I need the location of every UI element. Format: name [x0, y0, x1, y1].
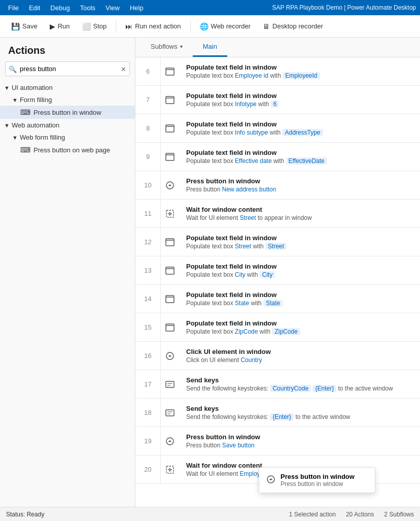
tab-main-label: Main	[203, 43, 217, 50]
action-content: Populate text field in window Populate t…	[179, 313, 420, 341]
subsection-label: Web form filling	[20, 134, 65, 141]
run-icon: ▶	[50, 22, 55, 30]
chevron-icon: ▼	[4, 85, 10, 91]
subflows-count: 2 Subflows	[384, 511, 414, 518]
save-button[interactable]: 💾 Save	[6, 20, 43, 33]
action-title: Send keys	[186, 405, 413, 412]
action-number: 13	[135, 256, 161, 284]
app-title: SAP RPA Playbook Demo | Power Automate D…	[272, 4, 416, 11]
run-next-button[interactable]: ⏭ Run next action	[120, 20, 186, 33]
action-row: 15 Populate text field in window Populat…	[135, 313, 420, 342]
tooltip-text: Press button in window Press button in w…	[281, 473, 355, 487]
action-icon	[161, 256, 179, 284]
section-label: UI automation	[12, 84, 53, 91]
action-icon	[161, 399, 179, 427]
action-number: 10	[135, 171, 161, 199]
sidebar-item-press-button-web[interactable]: ⌨ Press button on web page	[0, 143, 135, 156]
save-icon: 💾	[11, 22, 20, 30]
actions-list: 6 Populate text field in window Populate…	[135, 57, 420, 507]
action-content: Send keys Send the following keystrokes:…	[179, 370, 420, 398]
menu-debug[interactable]: Debug	[46, 3, 74, 13]
sidebar-item-form-filling[interactable]: ▼ Form filling	[0, 94, 135, 106]
action-number: 16	[135, 342, 161, 370]
tab-main[interactable]: Main	[193, 38, 227, 57]
search-clear-icon[interactable]: ✕	[121, 65, 126, 73]
action-number: 17	[135, 370, 161, 398]
action-desc: Populate text box ZipCode with ZipCode	[186, 328, 413, 335]
menu-view[interactable]: View	[101, 3, 124, 13]
action-content: Press button in window Press button New …	[179, 171, 420, 199]
action-icon	[161, 313, 179, 341]
menu-edit[interactable]: Edit	[25, 3, 44, 13]
tab-subflows-label: Subflows	[151, 43, 178, 50]
menu-file[interactable]: File	[4, 3, 23, 13]
action-title: Populate text field in window	[186, 120, 413, 128]
action-title: Press button in window	[186, 177, 413, 185]
nav-item-icon: ⌨	[20, 146, 30, 154]
action-row: 9 Populate text field in window Populate…	[135, 143, 420, 171]
menu-help[interactable]: Help	[126, 3, 148, 13]
search-input[interactable]	[5, 61, 130, 76]
action-content: Populate text field in window Populate t…	[179, 256, 420, 284]
sidebar-item-ui-automation[interactable]: ▼ UI automation	[0, 81, 135, 94]
status-bar: Status: Ready 1 Selected action 20 Actio…	[0, 507, 420, 521]
action-desc: Populate text box State with State	[186, 300, 413, 307]
actions-count: 20 Actions	[346, 511, 374, 518]
action-row: 13 Populate text field in window Populat…	[135, 256, 420, 285]
sidebar-item-web-form-filling[interactable]: ▼ Web form filling	[0, 132, 135, 143]
web-icon: 🌐	[200, 22, 208, 30]
desktop-icon: 🖥	[263, 22, 270, 30]
sidebar-item-press-button-window[interactable]: ⌨ Press button in window	[0, 106, 135, 119]
action-desc: Send the following keystrokes: {Enter} t…	[186, 413, 413, 420]
action-number: 8	[135, 114, 161, 142]
desktop-recorder-button[interactable]: 🖥 Desktop recorder	[258, 20, 328, 33]
sidebar-title: Actions	[0, 38, 135, 61]
action-number: 7	[135, 86, 161, 114]
action-desc: Populate text box Effective date with Ef…	[186, 157, 413, 165]
svg-rect-14	[166, 267, 174, 274]
action-row: 12 Populate text field in window Populat…	[135, 228, 420, 256]
action-number: 20	[135, 455, 161, 483]
action-desc: Press button Save button	[186, 442, 413, 449]
action-content: Populate text field in window Populate t…	[179, 143, 420, 171]
action-icon	[161, 370, 179, 398]
tab-subflows[interactable]: Subflows ▾	[141, 38, 193, 57]
action-icon	[161, 171, 179, 199]
search-box: 🔍 ✕	[5, 61, 130, 76]
subsection-label: Form filling	[20, 96, 52, 104]
action-number: 6	[135, 57, 161, 85]
action-icon	[161, 285, 179, 313]
tooltip-subtitle: Press button in window	[281, 480, 355, 487]
separator	[116, 20, 116, 32]
svg-rect-21	[166, 381, 174, 387]
action-number: 11	[135, 200, 161, 227]
action-icon	[161, 57, 179, 85]
action-content: Press button in window Press button Save…	[179, 427, 420, 455]
svg-rect-4	[166, 125, 174, 132]
action-title: Populate text field in window	[186, 149, 413, 156]
action-row: 17 Send keys Send the following keystrok…	[135, 370, 420, 399]
stop-button[interactable]: ⬜ Stop	[77, 20, 112, 33]
run-button[interactable]: ▶ Run	[45, 20, 75, 33]
web-recorder-button[interactable]: 🌐 Web recorder	[195, 20, 256, 33]
nav-item-icon: ⌨	[20, 108, 30, 116]
action-icon	[161, 86, 179, 114]
action-row: 6 Populate text field in window Populate…	[135, 57, 420, 86]
nav-item-label: Press button on web page	[33, 146, 110, 154]
menu-bar: File Edit Debug Tools View Help SAP RPA …	[0, 0, 420, 15]
action-icon	[161, 200, 179, 227]
action-desc: Populate text box City with City	[186, 271, 413, 278]
status-text: Status: Ready	[6, 511, 44, 518]
action-row: 11 Wait for window content Wait for UI e…	[135, 200, 420, 228]
tooltip-title: Press button in window	[281, 473, 355, 480]
action-content: Wait for window content Wait for UI elem…	[179, 200, 420, 227]
content-area: Subflows ▾ Main 6 Populate text field in…	[135, 38, 420, 507]
toolbar: 💾 Save ▶ Run ⬜ Stop ⏭ Run next action 🌐 …	[0, 15, 420, 38]
action-desc: Populate text box Info subtype with Addr…	[186, 129, 413, 136]
svg-rect-12	[166, 239, 174, 246]
action-title: Populate text field in window	[186, 263, 413, 270]
sidebar-item-web-automation[interactable]: ▼ Web automation	[0, 119, 135, 132]
menu-tools[interactable]: Tools	[76, 3, 99, 13]
action-content: Populate text field in window Populate t…	[179, 86, 420, 114]
action-row: 18 Send keys Send the following keystrok…	[135, 399, 420, 427]
